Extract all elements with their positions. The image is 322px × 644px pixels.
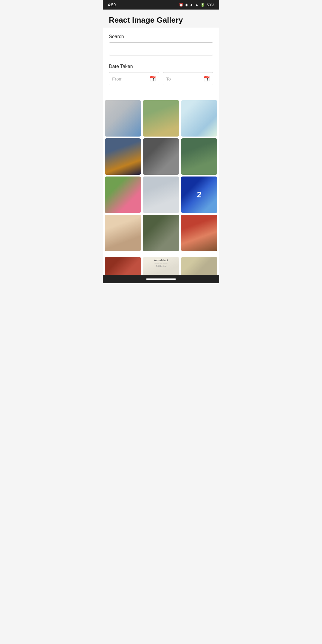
list-item[interactable] <box>143 100 179 137</box>
image-grid: 2 <box>103 97 219 257</box>
status-bar: 4:59 ⏰ ◆ ▲ ▲ 🔋 59% <box>103 0 219 10</box>
list-item[interactable] <box>181 138 217 175</box>
date-row: From 📅 To 📅 <box>109 72 213 85</box>
list-item[interactable] <box>143 138 179 175</box>
image-5 <box>143 138 179 175</box>
list-item[interactable] <box>181 215 217 251</box>
signal-icon: ▲ <box>195 3 199 7</box>
image-4 <box>105 138 141 175</box>
date-to-input[interactable]: To 📅 <box>163 72 213 85</box>
list-item[interactable] <box>181 100 217 137</box>
image-8 <box>143 177 179 213</box>
status-time: 4:59 <box>108 2 116 7</box>
wifi-icon: ▲ <box>190 3 193 7</box>
date-from-input[interactable]: From 📅 <box>109 72 159 85</box>
date-to-placeholder: To <box>166 76 203 81</box>
nav-bar-indicator <box>146 278 176 280</box>
diamond-icon: ◆ <box>185 3 188 7</box>
battery-icon: 🔋 <box>200 3 205 7</box>
image-1 <box>105 100 141 137</box>
main-content: Search Date Taken From 📅 To 📅 <box>103 28 219 97</box>
date-taken-section: Date Taken From 📅 To 📅 <box>109 64 213 85</box>
list-item[interactable] <box>105 177 141 213</box>
search-input[interactable] <box>109 42 213 55</box>
list-item[interactable] <box>143 177 179 213</box>
alarm-icon: ⏰ <box>179 3 183 7</box>
list-item[interactable]: 2 <box>181 177 217 213</box>
bottom-nav-bar <box>103 275 219 283</box>
image-6 <box>181 138 217 175</box>
list-item[interactable] <box>181 257 217 275</box>
image-9: 2 <box>181 177 217 213</box>
list-item[interactable] <box>105 138 141 175</box>
list-item[interactable] <box>143 215 179 251</box>
app-bar: React Image Gallery <box>103 10 219 28</box>
search-section: Search <box>109 34 213 55</box>
date-from-placeholder: From <box>112 76 149 81</box>
image-2 <box>143 100 179 137</box>
date-taken-label: Date Taken <box>109 64 213 69</box>
battery-percent: 59% <box>207 3 214 7</box>
image-7 <box>105 177 141 213</box>
partial-image-row: Autodidact — — — — — Subtitle text <box>103 257 219 275</box>
page-title: React Image Gallery <box>109 16 213 25</box>
search-label: Search <box>109 34 213 39</box>
image-12 <box>181 215 217 251</box>
image-3 <box>181 100 217 137</box>
calendar-to-icon[interactable]: 📅 <box>203 75 210 82</box>
status-icons: ⏰ ◆ ▲ ▲ 🔋 59% <box>179 3 214 7</box>
image-11 <box>143 215 179 251</box>
list-item[interactable]: Autodidact — — — — — Subtitle text <box>143 257 179 275</box>
calendar-from-icon[interactable]: 📅 <box>149 75 156 82</box>
image-10 <box>105 215 141 251</box>
list-item[interactable] <box>105 215 141 251</box>
list-item[interactable] <box>105 257 141 275</box>
list-item[interactable] <box>105 100 141 137</box>
